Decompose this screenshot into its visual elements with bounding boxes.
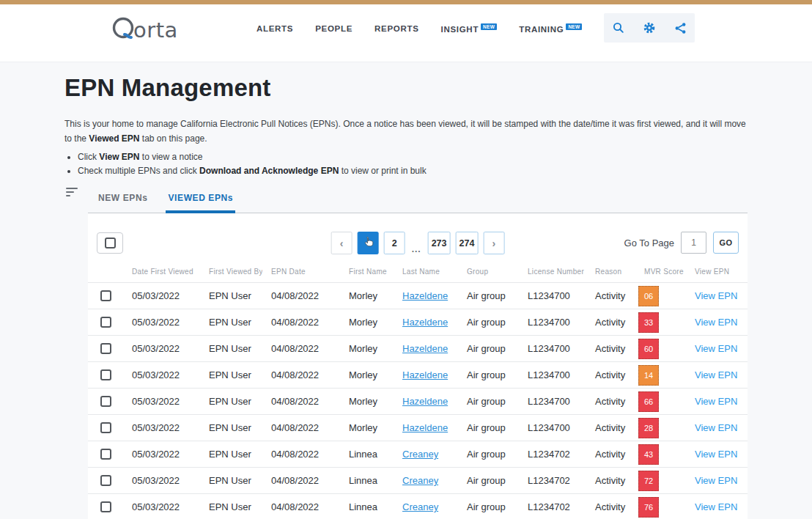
main-nav: ALERTS PEOPLE REPORTS INSIGHTNEW TRAININ… <box>256 4 582 52</box>
view-epn-link[interactable]: View EPN <box>695 501 737 512</box>
go-to-page-input[interactable] <box>681 232 706 254</box>
cell-first-name: Morley <box>340 369 394 380</box>
last-name-link[interactable]: Hazeldene <box>402 369 448 380</box>
last-name-link[interactable]: Hazeldene <box>402 317 448 328</box>
cell-first-name: Linnea <box>340 449 394 460</box>
view-epn-link[interactable]: View EPN <box>695 449 737 460</box>
cell-reason: Activity <box>586 290 635 301</box>
table-header-row: Date First Viewed First Viewed By EPN Da… <box>88 260 748 282</box>
training-new-badge: NEW <box>566 23 582 30</box>
view-epn-link[interactable]: View EPN <box>695 290 737 301</box>
cell-epn-date: 04/08/2022 <box>262 449 340 460</box>
row-checkbox[interactable] <box>100 396 111 407</box>
last-name-link[interactable]: Hazeldene <box>402 396 448 407</box>
epn-tabs: NEW EPNs VIEWED EPNs <box>88 180 748 213</box>
share-icon[interactable] <box>673 21 687 34</box>
cell-group: Air group <box>458 422 519 433</box>
cell-epn-date: 04/08/2022 <box>262 317 340 328</box>
cell-first-viewed-by: EPN User <box>200 422 262 433</box>
go-to-page-label: Go To Page <box>624 238 674 249</box>
page-273-button[interactable]: 273 <box>428 232 451 254</box>
row-checkbox[interactable] <box>100 449 111 460</box>
gear-icon[interactable] <box>643 21 656 34</box>
cell-group: Air group <box>458 501 519 512</box>
view-epn-link[interactable]: View EPN <box>695 317 737 328</box>
go-button[interactable]: GO <box>713 232 739 254</box>
nav-alerts[interactable]: ALERTS <box>256 24 293 33</box>
view-epn-link[interactable]: View EPN <box>695 475 737 486</box>
cell-first-name: Morley <box>340 343 394 354</box>
row-checkbox[interactable] <box>100 290 111 301</box>
qorta-logo[interactable]: orta <box>110 14 178 46</box>
cell-epn-date: 04/08/2022 <box>262 369 340 380</box>
cell-group: Air group <box>458 475 519 486</box>
col-date-first-viewed: Date First Viewed <box>123 268 200 276</box>
table-row: 05/03/2022 EPN User 04/08/2022 Morley Ha… <box>88 388 748 414</box>
instruction-item: Check multiple EPNs and click Download a… <box>78 166 427 176</box>
cell-first-name: Morley <box>340 317 394 328</box>
cell-first-name: Linnea <box>340 501 394 512</box>
select-all-button[interactable] <box>97 232 123 254</box>
page-274-button[interactable]: 274 <box>456 232 479 254</box>
cursor-hand-icon <box>362 236 374 250</box>
table-row: 05/03/2022 EPN User 04/08/2022 Morley Ha… <box>88 361 748 388</box>
page-1-button[interactable]: 1 <box>358 232 379 254</box>
cell-epn-date: 04/08/2022 <box>262 396 340 407</box>
tab-new-epns[interactable]: NEW EPNs <box>96 187 150 213</box>
view-epn-link[interactable]: View EPN <box>695 422 737 433</box>
main-content: EPN Management This is your home to mana… <box>0 62 812 519</box>
pagination-ellipsis: ... <box>412 244 421 254</box>
row-checkbox[interactable] <box>100 475 111 486</box>
mvr-score-badge: 60 <box>638 339 659 359</box>
view-epn-link[interactable]: View EPN <box>695 369 737 380</box>
page-2-button[interactable]: 2 <box>384 232 405 254</box>
col-last-name: Last Name <box>394 268 458 276</box>
mvr-score-badge: 43 <box>638 444 659 465</box>
pagination: ‹ 1 2 ... 273 274 › <box>331 232 505 254</box>
epn-table-card: ‹ 1 2 ... 273 274 › Go To Page GO <box>88 213 748 519</box>
tab-viewed-epns[interactable]: VIEWED EPNs <box>166 187 235 213</box>
next-page-button[interactable]: › <box>483 232 504 254</box>
last-name-link[interactable]: Creaney <box>402 501 438 512</box>
row-checkbox[interactable] <box>100 501 111 512</box>
cell-first-viewed-by: EPN User <box>200 317 262 328</box>
view-epn-link[interactable]: View EPN <box>695 343 737 354</box>
instruction-item: Click View EPN to view a notice <box>78 152 427 162</box>
row-checkbox[interactable] <box>100 422 111 433</box>
nav-insight[interactable]: INSIGHTNEW <box>441 23 498 34</box>
last-name-link[interactable]: Creaney <box>402 449 438 460</box>
cell-first-name: Morley <box>340 422 394 433</box>
mvr-score-badge: 76 <box>638 497 659 518</box>
cell-epn-date: 04/08/2022 <box>262 343 340 354</box>
table-row: 05/03/2022 EPN User 04/08/2022 Linnea Cr… <box>88 493 748 519</box>
cell-license-number: L1234702 <box>519 475 586 486</box>
prev-page-button[interactable]: ‹ <box>331 232 353 254</box>
select-all-checkbox[interactable] <box>105 238 116 249</box>
header-icon-group <box>604 13 695 43</box>
table-row: 05/03/2022 EPN User 04/08/2022 Morley Ha… <box>88 309 748 335</box>
row-checkbox[interactable] <box>100 343 111 354</box>
row-checkbox[interactable] <box>100 369 111 380</box>
nav-reports[interactable]: REPORTS <box>374 24 419 33</box>
cell-first-viewed-by: EPN User <box>200 449 262 460</box>
view-epn-link[interactable]: View EPN <box>695 396 737 407</box>
cell-reason: Activity <box>586 343 635 354</box>
search-icon[interactable] <box>612 21 625 34</box>
cell-epn-date: 04/08/2022 <box>262 290 340 301</box>
last-name-link[interactable]: Hazeldene <box>402 422 448 433</box>
last-name-link[interactable]: Creaney <box>402 475 438 486</box>
insight-new-badge: NEW <box>481 23 497 30</box>
cell-epn-date: 04/08/2022 <box>262 475 340 486</box>
nav-training[interactable]: TRAININGNEW <box>519 23 582 34</box>
cell-reason: Activity <box>586 449 635 460</box>
nav-people[interactable]: PEOPLE <box>315 24 353 33</box>
cell-first-name: Linnea <box>340 475 394 486</box>
table-row: 05/03/2022 EPN User 04/08/2022 Morley Ha… <box>88 335 748 361</box>
last-name-link[interactable]: Hazeldene <box>402 343 448 354</box>
filter-icon[interactable] <box>66 188 79 198</box>
cell-date-first-viewed: 05/03/2022 <box>123 449 200 460</box>
cell-first-viewed-by: EPN User <box>200 343 262 354</box>
cell-epn-date: 04/08/2022 <box>262 422 340 433</box>
row-checkbox[interactable] <box>100 317 111 328</box>
last-name-link[interactable]: Hazeldene <box>402 290 448 301</box>
